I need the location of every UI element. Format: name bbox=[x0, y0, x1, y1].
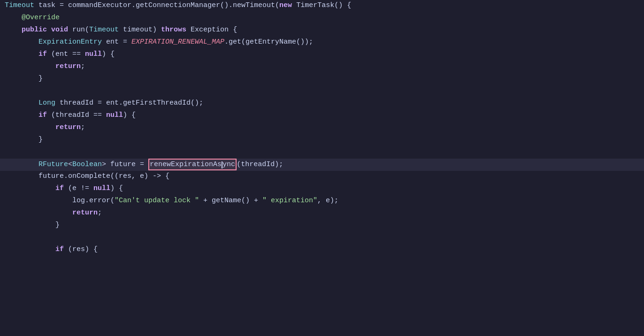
token-plain bbox=[5, 232, 9, 243]
token-keyword: public bbox=[22, 24, 47, 36]
token-keyword: if bbox=[38, 49, 47, 60]
code-line-21: if (res) { bbox=[0, 244, 644, 256]
token-constant: EXPIRATION_RENEWAL_MAP bbox=[131, 37, 224, 48]
token-plain: } bbox=[38, 134, 43, 145]
token-plain: } bbox=[38, 73, 43, 84]
token-plain: TimerTask() { bbox=[292, 0, 351, 11]
token-plain: Exception { bbox=[186, 24, 237, 36]
token-plain: ; bbox=[98, 207, 102, 219]
code-line-7: } bbox=[0, 73, 644, 85]
token-plain: < bbox=[68, 159, 72, 170]
code-line-11: return; bbox=[0, 122, 644, 134]
token-plain: threadId = ent.getFirstThreadId(); bbox=[55, 98, 203, 109]
token-keyword-throws: throws bbox=[161, 24, 186, 36]
token-type-boolean: Boolean bbox=[72, 159, 102, 170]
code-line-3: public void run(Timeout timeout) throws … bbox=[0, 24, 644, 37]
token-keyword-return: return bbox=[55, 61, 81, 72]
text-cursor bbox=[222, 161, 222, 168]
token-plain bbox=[5, 85, 9, 97]
code-line-16: if (e != null) { bbox=[0, 183, 644, 195]
code-line-18: return; bbox=[0, 207, 644, 220]
token-plain: ) { bbox=[102, 49, 115, 60]
code-line-4: ExpirationEntry ent = EXPIRATION_RENEWAL… bbox=[0, 37, 644, 49]
token-keyword-null: null bbox=[85, 49, 102, 60]
token-plain: ; bbox=[81, 61, 85, 72]
token-keyword-return: return bbox=[55, 122, 81, 133]
code-line-13 bbox=[0, 146, 644, 159]
token-plain: future.onComplete((res, e) -> { bbox=[38, 171, 169, 182]
token-plain: ent = bbox=[102, 37, 131, 48]
code-line-2: @Override bbox=[0, 12, 644, 24]
token-annotation: @Override bbox=[22, 12, 60, 23]
code-line-9: Long threadId = ent.getFirstThreadId(); bbox=[0, 98, 644, 110]
code-line-10: if (threadId == null) { bbox=[0, 110, 644, 122]
token-plain: (threadId == bbox=[47, 110, 106, 121]
token-type: Timeout bbox=[5, 0, 34, 11]
token-plain: , e); bbox=[317, 195, 338, 206]
highlighted-method: renewExpirationAsync bbox=[148, 159, 237, 170]
code-line-5: if (ent == null) { bbox=[0, 49, 644, 61]
token-string: "Can't update lock " bbox=[115, 195, 199, 206]
token-plain: timeout) bbox=[119, 24, 161, 36]
token-type: ExpirationEntry bbox=[38, 37, 102, 48]
token-plain: ) { bbox=[110, 183, 123, 194]
token-plain: .get(getEntryName()); bbox=[224, 37, 313, 48]
token-plain: (e != bbox=[64, 183, 93, 194]
code-line-14: RFuture<Boolean> future = renewExpiratio… bbox=[0, 159, 644, 171]
token-plain: log.error( bbox=[72, 195, 115, 206]
token-keyword-null: null bbox=[106, 110, 123, 121]
token-keyword-void: void bbox=[51, 24, 68, 36]
token-plain: (ent == bbox=[47, 49, 85, 60]
token-type: Timeout bbox=[89, 24, 119, 36]
token-plain bbox=[5, 146, 9, 158]
token-string-2: " expiration" bbox=[262, 195, 317, 206]
token-plain: run( bbox=[68, 24, 89, 36]
token-keyword: new bbox=[279, 0, 292, 11]
token-keyword-null: null bbox=[93, 183, 110, 194]
code-line-8 bbox=[0, 85, 644, 98]
token-plain: ; bbox=[81, 122, 85, 133]
token-keyword: if bbox=[55, 183, 64, 194]
token-plain: + getName() + bbox=[199, 195, 262, 206]
code-editor: Timeout task = commandExecutor.getConnec… bbox=[0, 0, 644, 336]
token-keyword-return: return bbox=[72, 207, 98, 219]
token-plain: (threadId); bbox=[237, 159, 283, 170]
code-line-19: } bbox=[0, 220, 644, 232]
token-plain: ) { bbox=[123, 110, 136, 121]
token-keyword: if bbox=[55, 244, 64, 255]
code-line-12: } bbox=[0, 134, 644, 146]
code-line-6: return; bbox=[0, 61, 644, 73]
token-type: Long bbox=[38, 98, 55, 109]
code-line-15: future.onComplete((res, e) -> { bbox=[0, 171, 644, 183]
token-plain: task = commandExecutor.getConnectionMana… bbox=[34, 0, 279, 11]
code-line-1: Timeout task = commandExecutor.getConnec… bbox=[0, 0, 644, 12]
token-plain: > future = bbox=[102, 159, 148, 170]
code-line-20 bbox=[0, 232, 644, 244]
token-plain: } bbox=[55, 220, 60, 231]
token-plain bbox=[47, 24, 51, 36]
token-type: RFuture bbox=[38, 159, 68, 170]
token-plain: (res) { bbox=[64, 244, 98, 255]
code-line-17: log.error("Can't update lock " + getName… bbox=[0, 195, 644, 207]
token-keyword: if bbox=[38, 110, 47, 121]
